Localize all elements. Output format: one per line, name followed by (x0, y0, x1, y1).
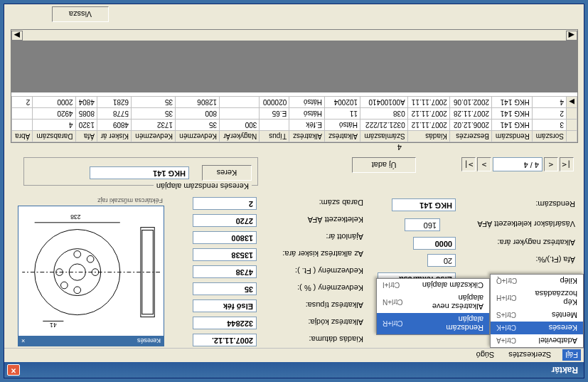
cell[interactable]: 038 (360, 108, 408, 120)
cell[interactable]: 5778 (97, 108, 131, 120)
cell[interactable]: 2002.10.06 (449, 97, 491, 108)
col-header[interactable]: Alkatrész (325, 131, 360, 142)
nav-prev-button[interactable]: < (544, 157, 558, 171)
col-header[interactable]: Kisker ár (97, 131, 131, 142)
col-header[interactable]: Számlaszám (360, 131, 408, 142)
cell[interactable]: 0321.21/222 (360, 120, 408, 131)
image-preview-close-icon[interactable]: × (21, 337, 25, 344)
cell[interactable]: 2 (532, 108, 566, 120)
cell[interactable]: 35 (132, 97, 176, 108)
table-row[interactable]: ▶ 4 HKG 141 2002.10.06 2007.11.11 A00100… (12, 97, 577, 108)
kisker-ar-field[interactable]: 13538 (193, 248, 257, 261)
cell[interactable]: 4809 (97, 120, 131, 131)
cell[interactable]: 8085 (75, 108, 97, 120)
cell[interactable]: E.fék (289, 120, 325, 131)
menu-fajl[interactable]: Fájl (562, 350, 581, 361)
col-header[interactable]: Kiadás (407, 131, 449, 142)
cell[interactable]: 3 (532, 120, 566, 131)
cell[interactable]: 35 (176, 120, 220, 131)
keres-button[interactable]: Keres (202, 165, 252, 181)
table-row[interactable]: 3 HKG 141 2006.12.02 2007.11.12 0321.21/… (12, 120, 577, 131)
fajl-kilep[interactable]: Kilép Ctrl+Q (491, 275, 583, 287)
cell[interactable]: 11 (325, 108, 360, 120)
rendszam-field[interactable]: HKG 141 (392, 198, 456, 211)
col-header[interactable]: Áfa (75, 131, 97, 142)
fajl-kep-hozzaadasa[interactable]: Kép hozzáadása Ctrl+H (491, 287, 583, 309)
cell[interactable]: 102004 (325, 97, 360, 108)
search-value-field[interactable]: HKG 141 (90, 166, 189, 179)
cell[interactable]: 1732 (132, 120, 176, 131)
cell[interactable]: A00100410 (360, 97, 408, 108)
kereses-cikkszam[interactable]: Cikkszám alapján Ctrl+I (377, 279, 489, 292)
col-header[interactable]: Beszerzés (449, 131, 491, 142)
kereses-rendszam[interactable]: Rendszám alapján Ctrl+R (377, 313, 489, 334)
nagyker-ar-field[interactable]: 0000 (413, 237, 456, 250)
uj-adat-button[interactable]: Új adat (352, 157, 416, 173)
darab-szam-field[interactable]: 2 (193, 197, 257, 210)
menu-szerkesztes[interactable]: Szerkesztés (506, 350, 554, 361)
kereses-alkatresz-neve[interactable]: Alkatrész neve alapján Ctrl+N (377, 292, 489, 313)
cell[interactable]: 800 (176, 108, 220, 120)
fajl-kereses[interactable]: Keresés Ctrl+K (491, 322, 583, 334)
afa-pct-field[interactable]: 20 (427, 254, 456, 267)
fajl-adatbevitel[interactable]: Adatbevitel Ctrl+A (491, 334, 583, 347)
cell[interactable]: 300 (220, 120, 260, 131)
cell[interactable]: 2006.12.02 (449, 120, 491, 131)
scroll-left-icon[interactable]: ◀ (566, 31, 577, 41)
cell[interactable] (220, 108, 260, 120)
cell[interactable]: Hátsó (325, 120, 360, 131)
cell[interactable] (260, 120, 289, 131)
fajl-mentes[interactable]: Mentés Ctrl+S (491, 309, 583, 322)
table-row[interactable]: 2 HKG 141 2007.11.28 2007.11.12 038 11 H… (12, 108, 577, 120)
col-header[interactable]: Darabszám (33, 131, 75, 142)
kedvezmeny-pct-field[interactable]: 35 (193, 282, 257, 295)
cell[interactable]: 020000 (260, 97, 289, 108)
cell[interactable]: E.65 (260, 108, 289, 120)
nav-last-button[interactable]: >| (461, 157, 476, 171)
cell[interactable]: 2 (12, 97, 33, 108)
cell[interactable]: 2007.11.12 (407, 108, 449, 120)
cell[interactable]: 4 (33, 120, 75, 131)
alkatresz-tipusa-field[interactable]: Első fék (193, 299, 257, 312)
vasarlas-afa-field[interactable]: 160 (405, 218, 440, 231)
kedvezmeny-ft-field[interactable]: 4738 (193, 265, 257, 278)
cell[interactable]: HKG 141 (491, 97, 532, 108)
cell[interactable]: 4920 (33, 108, 75, 120)
menu-sugo[interactable]: Súgó (474, 350, 498, 361)
keletkezett-afa-field[interactable]: 2720 (193, 214, 257, 227)
col-header[interactable]: Sorszám (532, 131, 566, 142)
cell[interactable]: HKG 141 (491, 108, 532, 120)
cell[interactable]: 2007.11.11 (407, 97, 449, 108)
col-header[interactable]: NagykerÁr (220, 131, 260, 142)
nav-first-button[interactable]: |< (560, 157, 574, 171)
col-header[interactable]: Rendszám (491, 131, 532, 142)
alkatresz-kodja-field[interactable]: 322844 (193, 317, 257, 329)
cell[interactable]: 4 (532, 97, 566, 108)
cell[interactable]: 4804 (75, 97, 97, 108)
col-header[interactable]: Típus (260, 131, 289, 142)
cell[interactable]: 2007.11.28 (449, 108, 491, 120)
data-table[interactable]: Sorszám Rendszám Beszerzés Kiadás Számla… (11, 29, 578, 143)
cell[interactable]: 35 (132, 108, 176, 120)
col-header[interactable]: Alkatrész (289, 131, 325, 142)
col-header[interactable]: Ábra (12, 131, 33, 142)
cell[interactable]: 2000 (33, 97, 75, 108)
ajanlott-ar-field[interactable]: 13800 (193, 231, 257, 244)
col-header[interactable]: Kedvezmén (132, 131, 176, 142)
cell[interactable]: Hátsó (289, 108, 325, 120)
cell[interactable] (220, 97, 260, 108)
cell[interactable]: 1320 (75, 120, 97, 131)
table-hscrollbar[interactable]: ◀ ▶ (11, 30, 577, 41)
col-header[interactable]: Kedvezmén (176, 131, 220, 142)
cell[interactable]: HKG 141 (491, 120, 532, 131)
close-icon[interactable]: × (7, 364, 20, 376)
cell[interactable]: 2007.11.12 (407, 120, 449, 131)
nav-next-button[interactable]: > (477, 157, 491, 171)
cell[interactable]: 6281 (97, 97, 131, 108)
cell[interactable]: Hátsó (289, 97, 325, 108)
scroll-right-icon[interactable]: ▶ (11, 31, 23, 41)
kiadas-datuma-field[interactable]: 2007.11.12. (193, 334, 257, 346)
cell[interactable] (12, 108, 33, 120)
cell[interactable] (12, 120, 33, 131)
cell[interactable]: 12806 (176, 97, 220, 108)
